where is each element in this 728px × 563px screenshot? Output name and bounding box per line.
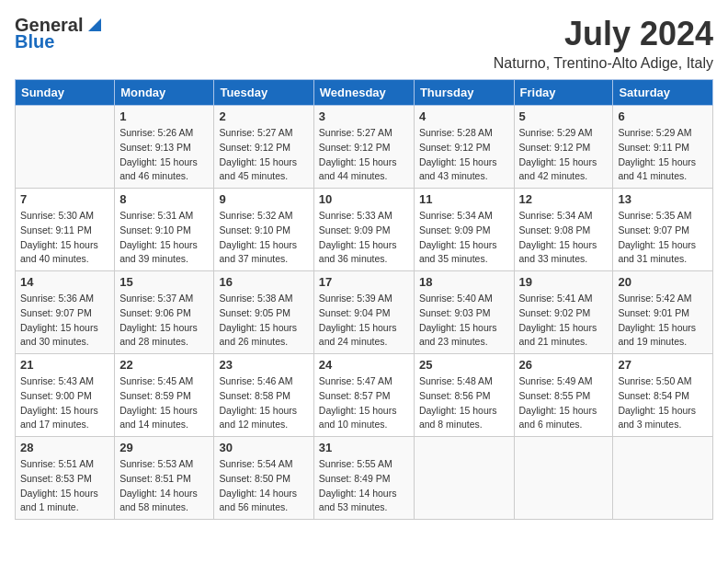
logo-blue: Blue [15,31,54,52]
day-number: 4 [419,109,509,123]
day-info: Sunrise: 5:36 AMSunset: 9:07 PMDaylight:… [20,292,109,350]
calendar-cell: 11Sunrise: 5:34 AMSunset: 9:09 PMDayligh… [414,189,514,271]
day-number: 29 [119,441,209,454]
calendar-cell: 7Sunrise: 5:30 AMSunset: 9:11 PMDaylight… [16,189,115,271]
calendar-cell: 31Sunrise: 5:55 AMSunset: 8:49 PMDayligh… [313,437,414,520]
month-title: July 2024 [494,15,713,53]
calendar-cell: 14Sunrise: 5:36 AMSunset: 9:07 PMDayligh… [16,271,115,354]
day-info: Sunrise: 5:32 AMSunset: 9:10 PMDaylight:… [219,209,308,267]
day-number: 18 [419,275,509,289]
location-title: Naturno, Trentino-Alto Adige, Italy [494,55,713,72]
day-info: Sunrise: 5:47 AMSunset: 8:57 PMDaylight:… [319,374,409,432]
calendar-header-row: SundayMondayTuesdayWednesdayThursdayFrid… [16,80,713,106]
header-thursday: Thursday [414,80,514,106]
calendar-cell: 18Sunrise: 5:40 AMSunset: 9:03 PMDayligh… [414,271,514,354]
day-info: Sunrise: 5:35 AMSunset: 9:07 PMDaylight:… [618,209,708,267]
day-info: Sunrise: 5:28 AMSunset: 9:12 PMDaylight:… [419,126,509,184]
calendar-cell [514,437,613,520]
day-info: Sunrise: 5:34 AMSunset: 9:09 PMDaylight:… [419,209,509,267]
header-monday: Monday [115,80,214,106]
calendar-cell: 21Sunrise: 5:43 AMSunset: 9:00 PMDayligh… [16,354,115,437]
day-number: 15 [119,275,209,289]
day-info: Sunrise: 5:48 AMSunset: 8:56 PMDaylight:… [419,374,509,432]
calendar-cell: 1Sunrise: 5:26 AMSunset: 9:13 PMDaylight… [115,106,214,189]
day-number: 30 [219,441,308,454]
day-number: 21 [20,358,109,372]
day-number: 23 [219,358,308,372]
calendar-cell: 22Sunrise: 5:45 AMSunset: 8:59 PMDayligh… [115,354,214,437]
day-number: 17 [319,275,409,289]
logo: General Blue [15,15,101,52]
calendar-cell: 23Sunrise: 5:46 AMSunset: 8:58 PMDayligh… [214,354,313,437]
day-number: 9 [219,192,308,206]
page-header: General Blue July 2024 Naturno, Trentino… [15,15,713,72]
day-info: Sunrise: 5:49 AMSunset: 8:55 PMDaylight:… [519,374,609,432]
day-info: Sunrise: 5:42 AMSunset: 9:01 PMDaylight:… [618,292,708,350]
calendar-cell: 6Sunrise: 5:29 AMSunset: 9:11 PMDaylight… [613,106,713,189]
calendar-body: 1Sunrise: 5:26 AMSunset: 9:13 PMDaylight… [16,106,713,520]
calendar-cell [414,437,514,520]
week-row-1: 1Sunrise: 5:26 AMSunset: 9:13 PMDaylight… [16,106,713,189]
day-info: Sunrise: 5:50 AMSunset: 8:54 PMDaylight:… [618,374,708,432]
week-row-3: 14Sunrise: 5:36 AMSunset: 9:07 PMDayligh… [16,271,713,354]
day-info: Sunrise: 5:27 AMSunset: 9:12 PMDaylight:… [219,126,308,184]
day-number: 28 [20,441,109,454]
day-number: 27 [618,358,708,372]
calendar-cell: 17Sunrise: 5:39 AMSunset: 9:04 PMDayligh… [313,271,414,354]
day-number: 19 [519,275,609,289]
day-info: Sunrise: 5:39 AMSunset: 9:04 PMDaylight:… [319,292,409,350]
calendar-cell: 30Sunrise: 5:54 AMSunset: 8:50 PMDayligh… [214,437,313,520]
calendar-cell [16,106,115,189]
day-info: Sunrise: 5:29 AMSunset: 9:11 PMDaylight:… [618,126,708,184]
calendar-cell: 15Sunrise: 5:37 AMSunset: 9:06 PMDayligh… [115,271,214,354]
day-number: 14 [20,275,109,289]
calendar-cell: 4Sunrise: 5:28 AMSunset: 9:12 PMDaylight… [414,106,514,189]
day-info: Sunrise: 5:41 AMSunset: 9:02 PMDaylight:… [519,292,609,350]
day-info: Sunrise: 5:51 AMSunset: 8:53 PMDaylight:… [20,457,109,515]
day-number: 12 [519,192,609,206]
calendar-cell: 2Sunrise: 5:27 AMSunset: 9:12 PMDaylight… [214,106,313,189]
day-info: Sunrise: 5:33 AMSunset: 9:09 PMDaylight:… [319,209,409,267]
day-number: 7 [20,192,109,206]
header-friday: Friday [514,80,613,106]
day-info: Sunrise: 5:30 AMSunset: 9:11 PMDaylight:… [20,209,109,267]
calendar-cell: 5Sunrise: 5:29 AMSunset: 9:12 PMDaylight… [514,106,613,189]
day-info: Sunrise: 5:26 AMSunset: 9:13 PMDaylight:… [119,126,209,184]
calendar-cell: 20Sunrise: 5:42 AMSunset: 9:01 PMDayligh… [613,271,713,354]
day-info: Sunrise: 5:53 AMSunset: 8:51 PMDaylight:… [119,457,209,515]
calendar-cell [613,437,713,520]
day-number: 10 [319,192,409,206]
calendar-cell: 24Sunrise: 5:47 AMSunset: 8:57 PMDayligh… [313,354,414,437]
logo-icon [85,15,101,31]
day-info: Sunrise: 5:54 AMSunset: 8:50 PMDaylight:… [219,457,308,515]
calendar-cell: 3Sunrise: 5:27 AMSunset: 9:12 PMDaylight… [313,106,414,189]
day-info: Sunrise: 5:38 AMSunset: 9:05 PMDaylight:… [219,292,308,350]
day-number: 6 [618,109,708,123]
calendar-cell: 26Sunrise: 5:49 AMSunset: 8:55 PMDayligh… [514,354,613,437]
calendar-cell: 10Sunrise: 5:33 AMSunset: 9:09 PMDayligh… [313,189,414,271]
day-number: 16 [219,275,308,289]
day-info: Sunrise: 5:46 AMSunset: 8:58 PMDaylight:… [219,374,308,432]
day-number: 1 [119,109,209,123]
header-tuesday: Tuesday [214,80,313,106]
calendar-cell: 27Sunrise: 5:50 AMSunset: 8:54 PMDayligh… [613,354,713,437]
title-area: July 2024 Naturno, Trentino-Alto Adige, … [494,15,713,72]
header-sunday: Sunday [16,80,115,106]
calendar-cell: 12Sunrise: 5:34 AMSunset: 9:08 PMDayligh… [514,189,613,271]
svg-marker-0 [88,18,101,31]
calendar-table: SundayMondayTuesdayWednesdayThursdayFrid… [15,79,713,520]
day-info: Sunrise: 5:31 AMSunset: 9:10 PMDaylight:… [119,209,209,267]
calendar-cell: 29Sunrise: 5:53 AMSunset: 8:51 PMDayligh… [115,437,214,520]
day-number: 8 [119,192,209,206]
day-info: Sunrise: 5:27 AMSunset: 9:12 PMDaylight:… [319,126,409,184]
week-row-5: 28Sunrise: 5:51 AMSunset: 8:53 PMDayligh… [16,437,713,520]
header-saturday: Saturday [613,80,713,106]
day-number: 2 [219,109,308,123]
day-info: Sunrise: 5:29 AMSunset: 9:12 PMDaylight:… [519,126,609,184]
day-info: Sunrise: 5:43 AMSunset: 9:00 PMDaylight:… [20,374,109,432]
week-row-4: 21Sunrise: 5:43 AMSunset: 9:00 PMDayligh… [16,354,713,437]
calendar-cell: 13Sunrise: 5:35 AMSunset: 9:07 PMDayligh… [613,189,713,271]
header-wednesday: Wednesday [313,80,414,106]
calendar-cell: 25Sunrise: 5:48 AMSunset: 8:56 PMDayligh… [414,354,514,437]
day-info: Sunrise: 5:40 AMSunset: 9:03 PMDaylight:… [419,292,509,350]
